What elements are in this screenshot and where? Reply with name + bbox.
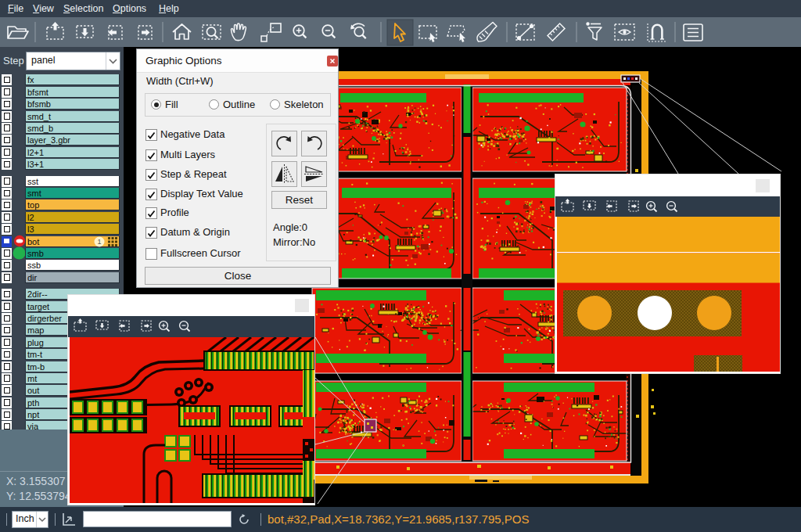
svg-text:1: 1 xyxy=(97,238,101,246)
